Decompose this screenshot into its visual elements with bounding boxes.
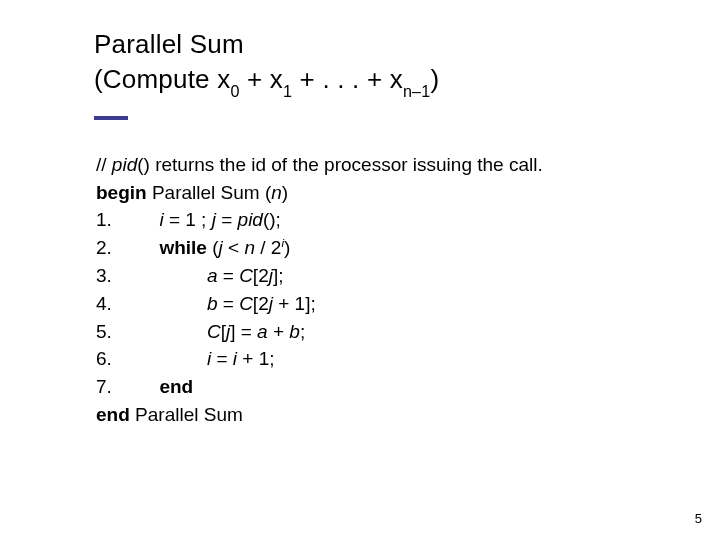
line-number: 4. xyxy=(96,293,112,314)
code-text: [2 xyxy=(253,293,269,314)
var-a: a xyxy=(207,265,218,286)
slide: Parallel Sum (Compute x0 + x1 + . . . + … xyxy=(0,0,720,540)
title-line-1: Parallel Sum xyxy=(94,27,439,62)
var-b: b xyxy=(289,321,300,342)
keyword-begin: begin xyxy=(96,182,147,203)
accent-bar xyxy=(94,116,128,120)
code-text: ) xyxy=(284,238,290,259)
code-text: + 1; xyxy=(237,348,275,369)
code-text: = xyxy=(217,293,239,314)
code-text: ; xyxy=(300,321,305,342)
comment-line: // pid() returns the id of the processor… xyxy=(96,151,543,179)
var-c: C xyxy=(239,293,253,314)
title-text: ) xyxy=(430,64,439,94)
code-text: = xyxy=(216,209,238,230)
var-c: C xyxy=(207,321,221,342)
comment-text: () returns the id of the processor issui… xyxy=(137,154,543,175)
title-line-2: (Compute x0 + x1 + . . . + xn–1) xyxy=(94,62,439,100)
code-line-5: 5. C[j] = a + b; xyxy=(96,318,543,346)
var-c: C xyxy=(239,265,253,286)
code-line-7: 7. end xyxy=(96,373,543,401)
title-text: + . . . + x xyxy=(292,64,403,94)
pid-call: pid xyxy=(238,209,263,230)
subscript-1: 1 xyxy=(283,82,292,100)
keyword-end: end xyxy=(96,404,130,425)
line-number: 5. xyxy=(96,321,112,342)
begin-label: Parallel Sum ( xyxy=(147,182,272,203)
line-number: 7. xyxy=(96,376,112,397)
page-number: 5 xyxy=(695,511,702,526)
var-a: a xyxy=(257,321,268,342)
var-n: n xyxy=(271,182,282,203)
code-text: = xyxy=(211,348,233,369)
subscript-n: n–1 xyxy=(403,82,430,100)
keyword-end: end xyxy=(159,376,193,397)
subscript-0: 0 xyxy=(230,82,239,100)
code-text: + 1]; xyxy=(273,293,316,314)
code-text: + xyxy=(268,321,290,342)
line-number: 1. xyxy=(96,209,112,230)
end-line: end Parallel Sum xyxy=(96,401,543,429)
pseudocode-block: // pid() returns the id of the processor… xyxy=(96,151,543,429)
var-b: b xyxy=(207,293,218,314)
title-text: + x xyxy=(240,64,283,94)
var-n: n xyxy=(244,238,255,259)
code-text: / 2 xyxy=(255,238,281,259)
code-line-3: 3. a = C[2j]; xyxy=(96,262,543,290)
paren-close: ) xyxy=(282,182,288,203)
line-number: 3. xyxy=(96,265,112,286)
code-line-2: 2. while (j < n / 2i) xyxy=(96,234,543,262)
code-text: ( xyxy=(207,238,219,259)
pid-identifier: pid xyxy=(112,154,137,175)
line-number: 6. xyxy=(96,348,112,369)
end-label: Parallel Sum xyxy=(130,404,243,425)
slide-title: Parallel Sum (Compute x0 + x1 + . . . + … xyxy=(94,27,439,100)
title-text: (Compute x xyxy=(94,64,230,94)
code-line-4: 4. b = C[2j + 1]; xyxy=(96,290,543,318)
code-text: = xyxy=(217,265,239,286)
comment-slash: // xyxy=(96,154,112,175)
code-text: [2 xyxy=(253,265,269,286)
keyword-while: while xyxy=(159,238,207,259)
code-line-1: 1. i = 1 ; j = pid(); xyxy=(96,206,543,234)
code-line-6: 6. i = i + 1; xyxy=(96,345,543,373)
code-text: = 1 ; xyxy=(164,209,212,230)
code-text: < xyxy=(223,238,245,259)
code-text: ] = xyxy=(230,321,257,342)
code-text: (); xyxy=(263,209,281,230)
line-number: 2. xyxy=(96,238,112,259)
code-text: ]; xyxy=(273,265,284,286)
begin-line: begin Parallel Sum (n) xyxy=(96,179,543,207)
